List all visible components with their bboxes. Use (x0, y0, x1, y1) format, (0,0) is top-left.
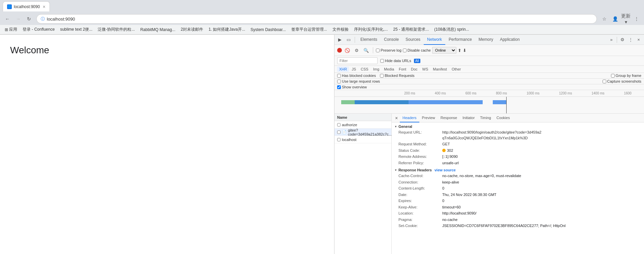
resource-type-xhr[interactable]: XHR (337, 66, 349, 72)
bookmark-rabbitmq[interactable]: RabbitMQ Manag... (138, 27, 177, 33)
download-btn[interactable]: ⬇ (463, 48, 466, 53)
active-tab[interactable]: 🌐 localhost:9090 × (3, 1, 50, 11)
resource-type-img[interactable]: Img (371, 66, 381, 72)
capture-screenshots-checkbox[interactable] (603, 80, 606, 83)
resource-type-css[interactable]: CSS (359, 66, 371, 72)
filter-input[interactable] (337, 57, 378, 64)
localhost-checkbox[interactable] (337, 138, 341, 141)
bookmark-star-btn[interactable]: ☆ (600, 14, 609, 24)
timeline-label-1400: 1400 ms (591, 91, 604, 95)
request-item-gitee[interactable]: 📄 gitee?code=3d459a21a382c7c... (334, 129, 391, 136)
resource-type-ws[interactable]: WS (420, 66, 430, 72)
reload-button[interactable]: ↻ (24, 14, 34, 24)
settings-btn[interactable]: ⚙ (618, 36, 626, 44)
address-bar[interactable]: ⓘ localhost:9090 (36, 14, 597, 24)
profile-btn[interactable]: 👤 (610, 14, 620, 24)
tab-elements[interactable]: Elements (357, 35, 381, 45)
forward-button[interactable]: → (13, 14, 23, 24)
bookmark-framework[interactable]: 25 - 通用框架需求... (391, 26, 431, 33)
request-url-value: http://localhost:9090/login/oauth2/code/… (442, 130, 542, 141)
connection-select[interactable]: Online Offline Slow 3G Fast 3G (432, 47, 456, 54)
group-by-frame-option[interactable]: Group by frame (611, 74, 641, 78)
record-button[interactable] (337, 48, 342, 53)
network-checkboxes: Has blocked cookies Blocked Requests Gro… (334, 73, 644, 79)
tab-performance[interactable]: Performance (445, 35, 475, 45)
resource-type-media[interactable]: Media (382, 66, 396, 72)
detail-tab-cookies[interactable]: Cookies (494, 114, 513, 122)
has-blocked-cookies-option[interactable]: Has blocked cookies (337, 74, 376, 78)
hide-data-urls-checkbox[interactable] (380, 59, 384, 63)
resource-type-other[interactable]: Other (450, 66, 463, 72)
bookmark-confluence[interactable]: 登录 - Confluence (21, 26, 57, 33)
detail-tab-headers[interactable]: Headers (400, 114, 419, 122)
detail-tab-preview[interactable]: Preview (419, 114, 438, 122)
authorize-checkbox[interactable] (337, 123, 341, 126)
clear-button[interactable]: 🚫 (343, 46, 351, 54)
search-button[interactable]: 🔍 (362, 46, 370, 54)
device-toggle-btn[interactable]: ▭ (345, 36, 353, 44)
bookmark-mail[interactable]: 2封未读邮件 (179, 26, 205, 33)
tab-close-btn[interactable]: × (43, 4, 45, 9)
detail-tab-initiator[interactable]: Initiator (460, 114, 477, 122)
group-by-frame-checkbox[interactable] (611, 74, 615, 78)
bookmark-serial[interactable]: 序列化/反序列化,... (352, 26, 390, 33)
devtools-tabs: Elements Console Sources Network Perform… (357, 35, 643, 45)
filter-button[interactable]: ⚙ (353, 46, 361, 54)
show-overview-option[interactable]: Show overview (337, 85, 367, 89)
inspect-element-btn[interactable]: ▶ (336, 36, 344, 44)
bookmark-sign[interactable]: 签章平台运营管理... (289, 26, 329, 33)
resource-type-doc[interactable]: Doc (409, 66, 420, 72)
resource-type-js[interactable]: JS (350, 66, 358, 72)
bookmark-spring[interactable]: (108条消息) sprin... (432, 26, 471, 33)
bookmark-system-label: System Dashboar... (251, 27, 286, 32)
use-large-rows-checkbox[interactable] (337, 80, 341, 83)
detail-close-btn[interactable]: × (393, 115, 400, 121)
gitee-checkbox[interactable] (337, 131, 341, 134)
authorize-name: authorize (342, 123, 357, 127)
hide-data-urls-option[interactable]: Hide data URLs (380, 59, 411, 63)
bookmark-sublime[interactable]: sublime text 2便... (58, 26, 94, 33)
general-section: General Request URL: http://localhost:90… (394, 124, 641, 166)
network-toolbar: 🚫 ⚙ 🔍 Preserve log Disable cache Online … (334, 45, 644, 56)
bookmark-fanwei[interactable]: 泛微-协同软件的粒... (96, 26, 137, 33)
capture-screenshots-option[interactable]: Capture screenshots (603, 79, 642, 83)
tab-sources[interactable]: Sources (402, 35, 424, 45)
resource-type-font[interactable]: Font (397, 66, 408, 72)
tab-network[interactable]: Network (424, 35, 445, 45)
close-devtools-btn[interactable]: × (635, 36, 643, 44)
view-source-link[interactable]: view source (434, 168, 456, 172)
bookmark-framework-label: 25 - 通用框架需求... (393, 27, 429, 32)
more-tabs-btn[interactable]: » (607, 36, 615, 44)
blocked-requests-option[interactable]: Blocked Requests (380, 74, 415, 78)
detail-tab-response[interactable]: Response (438, 114, 460, 122)
upload-btn[interactable]: ⬆ (458, 48, 461, 53)
disable-cache-label[interactable]: Disable cache (403, 48, 431, 52)
bookmark-fanwei-label: 泛微-协同软件的粒... (98, 27, 135, 32)
resource-type-manifest[interactable]: Manifest (431, 66, 449, 72)
use-large-rows-option[interactable]: Use large request rows (337, 79, 380, 83)
bookmark-system[interactable]: System Dashboar... (249, 27, 288, 33)
menu-btn[interactable]: ⋮ (632, 14, 641, 24)
bookmark-apps[interactable]: ⊞ 应用 (3, 26, 19, 33)
update-btn[interactable]: 更新 ▾ (621, 14, 631, 24)
detail-tab-timing[interactable]: Timing (477, 114, 494, 122)
general-section-header[interactable]: General (394, 124, 641, 129)
preserve-log-checkbox[interactable] (376, 49, 380, 52)
disable-cache-checkbox[interactable] (403, 49, 407, 52)
blocked-requests-checkbox[interactable] (380, 74, 384, 78)
tab-application[interactable]: Application (496, 35, 523, 45)
response-headers-header[interactable]: Response Headers view source (394, 167, 641, 173)
bookmark-java[interactable]: 1. 如何搭建Java开... (206, 26, 247, 33)
bookmark-filecheck[interactable]: 文件核验 (330, 26, 351, 33)
has-blocked-cookies-checkbox[interactable] (337, 74, 341, 78)
nav-buttons: ← → ↻ (3, 14, 34, 24)
tab-console[interactable]: Console (381, 35, 402, 45)
request-item-authorize[interactable]: authorize (334, 121, 391, 129)
more-options-btn[interactable]: ⋮ (626, 36, 635, 44)
show-overview-checkbox[interactable] (337, 85, 341, 89)
timeline-label-800: 800 ms (496, 91, 507, 95)
request-item-localhost[interactable]: localhost (334, 136, 391, 143)
tab-memory[interactable]: Memory (475, 35, 496, 45)
preserve-log-label[interactable]: Preserve log (376, 48, 401, 52)
back-button[interactable]: ← (3, 14, 12, 24)
